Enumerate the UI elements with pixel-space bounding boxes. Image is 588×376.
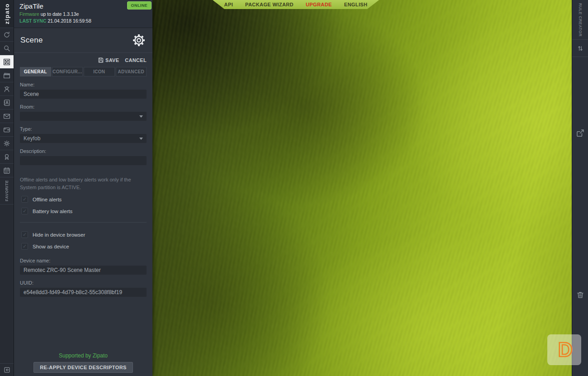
offline-alerts-row[interactable]: ✓ Offline alerts bbox=[21, 196, 147, 203]
open-external-button[interactable] bbox=[572, 129, 588, 138]
contacts-icon bbox=[3, 99, 11, 107]
menu-item-package-wizard[interactable]: PACKAGE WIZARD bbox=[245, 2, 294, 7]
users-icon bbox=[3, 85, 11, 93]
battery-low-alerts-checkbox[interactable]: ✓ bbox=[21, 208, 28, 214]
sidebar-item-inbox[interactable] bbox=[0, 109, 14, 123]
reapply-descriptors-button[interactable]: RE-APPLY DEVICE DESCRIPTORS bbox=[33, 362, 133, 373]
section-divider bbox=[20, 222, 147, 223]
sort-button[interactable] bbox=[572, 40, 588, 57]
settings-icon bbox=[3, 139, 11, 148]
watermark-letter: D bbox=[558, 338, 573, 361]
rail-spacer bbox=[0, 205, 14, 363]
general-form: Name: Room: Type: Keyfob Description: Of… bbox=[14, 82, 152, 297]
hide-in-device-browser-row[interactable]: ✓ Hide in device browser bbox=[21, 231, 147, 238]
sidebar-item-users[interactable] bbox=[0, 82, 14, 96]
tab-general[interactable]: GENERAL bbox=[20, 67, 51, 76]
panel-header: ZipaTile ONLINE Firmware up to date 1.3.… bbox=[14, 0, 152, 28]
events-icon bbox=[3, 167, 11, 175]
delete-button[interactable] bbox=[572, 290, 588, 300]
cancel-label: CANCEL bbox=[125, 57, 147, 63]
battery-low-alerts-row[interactable]: ✓ Battery low alerts bbox=[21, 208, 147, 214]
firmware-line: Firmware up to date 1.3.13e bbox=[19, 11, 147, 17]
check-icon: ✓ bbox=[23, 244, 27, 249]
description-field[interactable] bbox=[20, 156, 147, 165]
room-label: Room: bbox=[20, 104, 147, 109]
rule-creator-tab[interactable]: RULE CREATOR bbox=[572, 0, 588, 40]
right-icon-rail: RULE CREATOR bbox=[572, 0, 588, 376]
panel-footer: Supported by Zipato RE-APPLY DEVICE DESC… bbox=[14, 352, 152, 373]
sidebar-item-sync[interactable] bbox=[0, 28, 14, 42]
save-icon bbox=[98, 57, 104, 63]
device-name-label: Device name: bbox=[20, 258, 147, 263]
alerts-note: Offline alerts and low battery alerts wo… bbox=[20, 176, 148, 191]
sidebar-item-favorite[interactable]: FAVORITE bbox=[0, 177, 14, 205]
type-select[interactable]: Keyfob bbox=[20, 134, 147, 143]
logout-icon bbox=[3, 366, 11, 374]
menu-item-english[interactable]: ENGLISH bbox=[344, 2, 368, 7]
sync-icon bbox=[3, 31, 11, 39]
check-icon: ✓ bbox=[23, 197, 27, 202]
sidebar-item-scene-selector[interactable] bbox=[0, 55, 14, 69]
uuid-field[interactable] bbox=[20, 288, 147, 297]
sidebar-item-contacts[interactable] bbox=[0, 96, 14, 109]
name-label: Name: bbox=[20, 82, 147, 87]
last-sync-value: 21.04.2018 16:59:58 bbox=[47, 18, 91, 24]
open-external-icon bbox=[576, 129, 585, 138]
sidebar-item-achievements[interactable] bbox=[0, 150, 14, 164]
firmware-value: up to date 1.3.13e bbox=[41, 11, 79, 17]
sidebar-item-scenes[interactable] bbox=[0, 69, 14, 82]
tab-bar: GENERAL CONFIGUR... ICON ADVANCED bbox=[20, 67, 147, 76]
sidebar-item-events[interactable] bbox=[0, 164, 14, 177]
device-name-field[interactable] bbox=[20, 266, 147, 275]
name-field[interactable] bbox=[20, 90, 147, 99]
sidebar-item-settings[interactable] bbox=[0, 137, 14, 150]
favorite-label: FAVORITE bbox=[5, 180, 9, 201]
trash-icon bbox=[576, 290, 585, 300]
offline-alerts-checkbox[interactable]: ✓ bbox=[21, 196, 28, 203]
show-as-device-checkbox[interactable]: ✓ bbox=[21, 243, 28, 250]
cancel-button[interactable]: CANCEL bbox=[125, 57, 147, 63]
gear-icon[interactable] bbox=[132, 33, 146, 48]
hide-in-device-browser-label: Hide in device browser bbox=[33, 232, 85, 238]
demo-watermark: D bbox=[547, 334, 581, 365]
last-sync-label: LAST SYNC bbox=[19, 18, 47, 24]
scene-selector-icon bbox=[3, 58, 11, 66]
sidebar-item-wallet[interactable] bbox=[0, 123, 14, 137]
sort-icon bbox=[576, 44, 584, 52]
scene-header: Scene bbox=[14, 28, 152, 53]
tab-advanced[interactable]: ADVANCED bbox=[116, 67, 147, 76]
status-badge: ONLINE bbox=[127, 1, 152, 10]
firmware-label: Firmware bbox=[19, 11, 39, 17]
supported-by-zipato-text: Supported by Zipato bbox=[14, 352, 152, 359]
show-as-device-row[interactable]: ✓ Show as device bbox=[21, 243, 147, 250]
rule-creator-label: RULE CREATOR bbox=[578, 3, 583, 37]
save-button[interactable]: SAVE bbox=[98, 57, 119, 63]
zipato-logo: zipato bbox=[0, 0, 14, 28]
type-label: Type: bbox=[20, 126, 147, 132]
achievements-icon bbox=[3, 153, 11, 161]
menu-item-upgrade[interactable]: UPGRADE bbox=[306, 2, 332, 7]
check-icon: ✓ bbox=[23, 209, 27, 214]
left-icon-rail: zipato FAVORITE bbox=[0, 0, 14, 376]
room-select[interactable] bbox=[20, 112, 147, 121]
last-sync-line: LAST SYNC 21.04.2018 16:59:58 bbox=[19, 18, 147, 24]
hide-in-device-browser-checkbox[interactable]: ✓ bbox=[21, 231, 28, 238]
offline-alerts-label: Offline alerts bbox=[33, 197, 62, 202]
chevron-down-icon bbox=[139, 138, 143, 140]
form-toolbar: SAVE CANCEL bbox=[14, 53, 152, 63]
battery-low-alerts-label: Battery low alerts bbox=[33, 209, 72, 214]
sidebar-item-search[interactable] bbox=[0, 42, 14, 55]
page-title: Scene bbox=[20, 36, 43, 45]
zipato-logo-text: zipato bbox=[4, 3, 10, 24]
scenes-icon bbox=[3, 71, 11, 80]
check-icon: ✓ bbox=[23, 232, 27, 237]
tab-icon[interactable]: ICON bbox=[84, 67, 115, 76]
sidebar-item-logout[interactable] bbox=[0, 363, 14, 376]
tab-configuration[interactable]: CONFIGUR... bbox=[52, 67, 83, 76]
description-label: Description: bbox=[20, 148, 147, 154]
menu-item-api[interactable]: API bbox=[224, 2, 233, 7]
show-as-device-label: Show as device bbox=[33, 244, 69, 249]
type-select-value: Keyfob bbox=[24, 135, 40, 142]
chevron-down-icon bbox=[139, 115, 143, 118]
search-icon bbox=[3, 44, 11, 52]
